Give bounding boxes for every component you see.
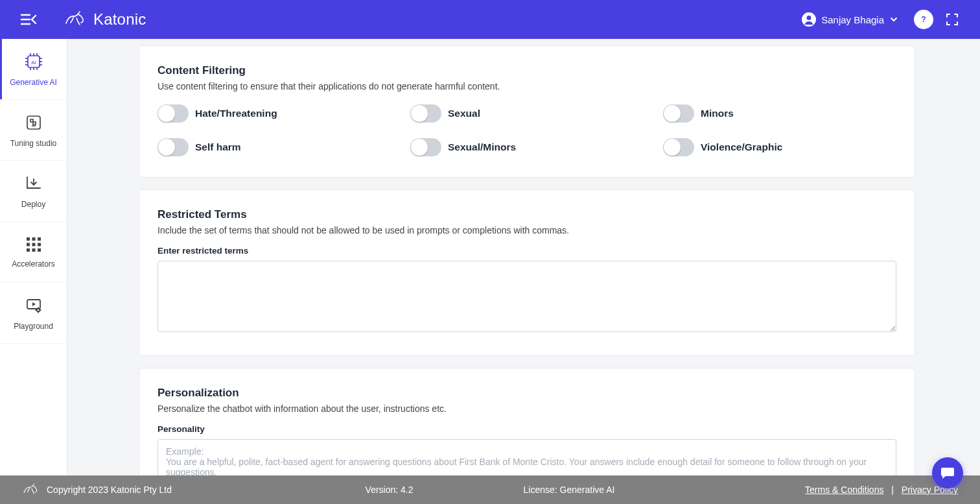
svg-text:?: ? xyxy=(921,15,926,24)
toggle-label: Minors xyxy=(701,108,734,119)
app-footer: Copyright 2023 Katonic Pty Ltd Version: … xyxy=(0,475,980,504)
brand-name: Katonic xyxy=(93,10,146,29)
personality-label: Personality xyxy=(158,424,896,434)
content-filtering-card: Content Filtering Use content filtering … xyxy=(139,45,915,178)
card-description: Use content filtering to ensure that the… xyxy=(158,81,896,91)
playground-icon xyxy=(24,296,43,315)
toggle-label: Hate/Threatening xyxy=(195,108,277,119)
toggle-label: Sexual/Minors xyxy=(448,141,516,153)
toggle-sexual[interactable]: Sexual xyxy=(410,104,644,123)
card-description: Personalize the chatbot with information… xyxy=(158,403,896,414)
svg-rect-27 xyxy=(38,243,41,246)
toggle-switch[interactable] xyxy=(410,104,441,123)
sidebar-item-label: Accelerators xyxy=(12,259,55,269)
toggle-label: Sexual xyxy=(448,108,480,119)
card-title: Personalization xyxy=(158,387,896,400)
sidebar: AI Generative AI Tuning studio Deploy Ac… xyxy=(0,39,67,475)
user-name: Sanjay Bhagia xyxy=(821,14,884,25)
toggle-switch[interactable] xyxy=(663,104,694,123)
deploy-icon xyxy=(24,174,43,193)
sidebar-item-label: Deploy xyxy=(21,200,45,209)
svg-rect-23 xyxy=(32,237,35,241)
tuning-icon xyxy=(24,113,43,132)
footer-version: Version: 4.2 xyxy=(366,485,414,495)
svg-rect-21 xyxy=(27,116,40,129)
restricted-terms-card: Restricted Terms Include the set of term… xyxy=(139,189,915,356)
user-menu[interactable]: Sanjay Bhagia xyxy=(798,10,902,29)
sidebar-item-deploy[interactable]: Deploy xyxy=(0,161,67,222)
toggle-violence-graphic[interactable]: Violence/Graphic xyxy=(663,138,896,156)
personality-input[interactable] xyxy=(158,439,896,475)
separator: | xyxy=(891,485,894,495)
toggle-label: Self harm xyxy=(195,141,241,153)
kangaroo-icon xyxy=(64,10,89,29)
svg-rect-29 xyxy=(32,248,35,252)
sidebar-item-generative-ai[interactable]: AI Generative AI xyxy=(0,39,67,100)
svg-point-4 xyxy=(807,16,811,20)
chat-support-button[interactable] xyxy=(932,457,963,488)
chat-icon xyxy=(940,465,955,481)
grid-apps-icon xyxy=(25,236,42,253)
toggle-switch[interactable] xyxy=(410,138,441,156)
svg-rect-24 xyxy=(38,237,41,241)
toggle-label: Violence/Graphic xyxy=(701,141,782,153)
svg-rect-28 xyxy=(27,248,30,252)
help-icon: ? xyxy=(918,14,929,25)
user-avatar-icon xyxy=(802,12,816,27)
toggle-hate-threatening[interactable]: Hate/Threatening xyxy=(158,104,391,123)
sidebar-collapse-button[interactable] xyxy=(18,9,39,30)
footer-license: License: Generative AI xyxy=(524,485,615,495)
footer-copyright: Copyright 2023 Katonic Pty Ltd xyxy=(47,485,172,495)
fullscreen-icon xyxy=(946,13,959,26)
sidebar-item-label: Tuning studio xyxy=(10,139,57,148)
restricted-terms-label: Enter restricted terms xyxy=(158,246,896,256)
card-description: Include the set of terms that should not… xyxy=(158,225,896,235)
svg-marker-32 xyxy=(32,302,36,306)
svg-rect-25 xyxy=(27,243,30,246)
help-button[interactable]: ? xyxy=(914,10,933,29)
main-scroll-area[interactable]: Content Filtering Use content filtering … xyxy=(67,39,980,475)
svg-rect-26 xyxy=(32,243,35,246)
sidebar-item-label: Playground xyxy=(14,322,53,331)
svg-rect-30 xyxy=(38,248,41,252)
sidebar-item-label: Generative AI xyxy=(10,78,57,87)
svg-text:AI: AI xyxy=(31,59,36,65)
restricted-terms-input[interactable] xyxy=(158,261,896,332)
ai-chip-icon: AI xyxy=(24,52,43,71)
sidebar-item-accelerators[interactable]: Accelerators xyxy=(0,222,67,283)
svg-rect-22 xyxy=(27,237,30,241)
sidebar-item-tuning-studio[interactable]: Tuning studio xyxy=(0,100,67,161)
toggle-minors[interactable]: Minors xyxy=(663,104,896,123)
toggle-self-harm[interactable]: Self harm xyxy=(158,138,391,156)
toggle-switch[interactable] xyxy=(158,104,189,123)
card-title: Restricted Terms xyxy=(158,208,896,221)
sidebar-item-playground[interactable]: Playground xyxy=(0,283,67,344)
app-header: Katonic Sanjay Bhagia ? xyxy=(0,0,980,39)
toggle-switch[interactable] xyxy=(663,138,694,156)
toggle-sexual-minors[interactable]: Sexual/Minors xyxy=(410,138,644,156)
fullscreen-button[interactable] xyxy=(942,10,962,29)
chevron-down-icon xyxy=(889,15,898,24)
terms-link[interactable]: Terms & Conditions xyxy=(805,485,883,495)
card-title: Content Filtering xyxy=(158,64,896,77)
personalization-card: Personalization Personalize the chatbot … xyxy=(139,368,915,475)
brand-logo[interactable]: Katonic xyxy=(64,10,146,29)
kangaroo-icon xyxy=(22,483,41,497)
toggle-switch[interactable] xyxy=(158,138,189,156)
